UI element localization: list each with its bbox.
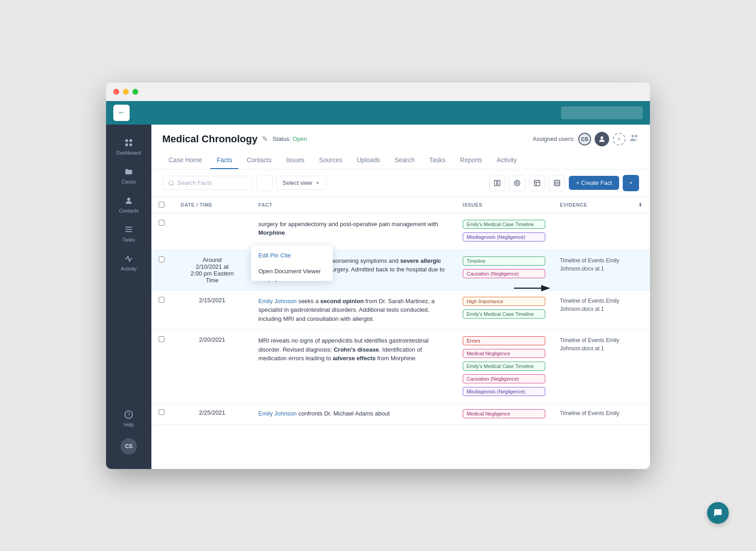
context-menu-edit-pin-cite[interactable]: Edit Pin Cite [251,247,333,263]
issue-tag[interactable]: Medical Negligence [463,349,546,358]
sidebar-item-label: Activity [121,266,137,271]
row-date [173,213,251,250]
view-icon-btn-3[interactable] [529,175,545,191]
tab-contacts[interactable]: Contacts [240,152,278,169]
sidebar-item-activity[interactable]: Activity [106,248,151,277]
col-header-evidence: EVIDENCE ⬆ [552,197,650,213]
tab-search[interactable]: Search [388,152,421,169]
row-evidence: Timeline of Events Emily Johnson.docx at… [552,250,650,290]
issue-tag[interactable]: Misdiagnosis (Negligence) [463,387,546,396]
select-all-checkbox[interactable] [159,202,165,208]
sidebar-item-contacts[interactable]: Contacts [106,190,151,219]
row-fact: MRI reveals no signs of appendicitis but… [251,330,456,405]
row-fact: Emily Johnson experiences worsening symp… [251,250,456,290]
svg-rect-3 [130,143,132,146]
person-icon [123,195,134,206]
row-evidence [552,213,650,250]
sidebar: Dashboard Cases Contacts Tasks [106,125,151,469]
table-row: 2/20/2021 MRI reveals no signs of append… [151,330,650,405]
row-date: Around2/10/2021 at2:00 pm EasternTime [173,250,251,290]
col-header-date: DATE / TIME [173,197,251,213]
case-header: Medical Chronology ✎ Status: Open Assign… [151,125,650,169]
user-avatar-sidebar[interactable]: CS [121,438,137,454]
view-icon-btn-2[interactable] [509,175,525,191]
svg-point-12 [635,135,638,138]
filter-button[interactable] [257,175,273,191]
tab-sources[interactable]: Sources [313,152,349,169]
row-checkbox[interactable] [159,336,165,342]
add-user-button[interactable]: + [613,133,625,145]
tab-issues[interactable]: Issues [280,152,310,169]
table-row: 2/15/2021 Emily Johnson seeks a second o… [151,290,650,330]
row-date: 2/15/2021 [173,290,251,330]
svg-rect-0 [126,139,128,142]
issue-tag[interactable]: Medical Negligence [463,409,546,418]
minimize-button[interactable] [123,89,129,95]
tab-uploads[interactable]: Uploads [350,152,386,169]
svg-point-10 [601,136,603,139]
table-row: Around2/10/2021 at2:00 pm EasternTime Em… [151,250,650,290]
sidebar-item-label: Cases [121,179,136,184]
person-link[interactable]: Emily Johnson [258,410,297,417]
col-header-check [151,197,173,213]
sidebar-bottom: ? Help CS [120,396,138,462]
toolbar: Search Facts Select view [151,169,650,197]
issue-tag[interactable]: Timeline [463,256,546,266]
context-menu: Edit Pin Cite Open Document Viewer [251,246,333,281]
create-fact-button[interactable]: + Create Fact [569,176,619,190]
sidebar-item-label: Tasks [122,237,135,242]
edit-title-icon[interactable]: ✎ [262,135,268,143]
tab-reports[interactable]: Reports [454,152,489,169]
status-label: Status: [272,135,291,142]
svg-point-4 [127,198,131,201]
issue-tag[interactable]: Errors [463,336,546,345]
toolbar-right: + Create Fact [489,175,639,191]
row-issues: Errors Medical Negligence Emily's Medica… [456,330,553,405]
context-menu-open-document-viewer[interactable]: Open Document Viewer [251,263,333,279]
issue-tag[interactable]: Causation (Negligence) [463,374,546,383]
sidebar-item-tasks[interactable]: Tasks [106,219,151,248]
search-facts-input[interactable]: Search Facts [162,176,253,190]
search-placeholder: Search Facts [177,179,212,186]
close-button[interactable] [113,89,119,95]
issue-tag[interactable]: Misdiagnosis (Negligence) [463,232,546,242]
help-label: Help [124,422,134,427]
issue-tag[interactable]: Emily's Medical Case Timeline [463,220,546,229]
row-checkbox[interactable] [159,297,165,303]
grid-icon [123,137,134,148]
row-checkbox[interactable] [159,409,165,415]
app-logo[interactable]: ← [113,105,130,121]
row-checkbox[interactable] [159,220,165,226]
row-checkbox[interactable] [159,256,165,262]
view-icon-btn-1[interactable] [489,175,505,191]
tab-tasks[interactable]: Tasks [423,152,452,169]
svg-rect-18 [534,180,540,186]
person-link[interactable]: Emily Johnson [258,298,297,304]
table-row: surgery for appendectomy and post-operat… [151,213,650,250]
tab-activity[interactable]: Activity [490,152,523,169]
chat-button[interactable] [707,502,729,524]
status-badge: Status: Open [272,135,307,142]
header-search-bar [561,106,643,119]
nav-tabs: Case Home Facts Contacts Issues Sources … [162,152,639,169]
svg-rect-6 [126,229,132,230]
svg-rect-1 [130,139,132,142]
tab-facts[interactable]: Facts [210,152,238,169]
row-date: 2/20/2021 [173,330,251,405]
view-icon-btn-4[interactable] [549,175,565,191]
sidebar-item-dashboard[interactable]: Dashboard [106,132,151,161]
facts-table: DATE / TIME FACT ISSUES EVIDENCE ⬆ [151,197,650,469]
arrow-indicator [514,277,550,300]
svg-rect-2 [126,143,128,146]
select-view-button[interactable]: Select view [276,176,326,190]
sidebar-item-cases[interactable]: Cases [106,161,151,190]
create-fact-dropdown[interactable] [623,175,639,191]
issue-tag[interactable]: Emily's Medical Case Timeline [463,309,546,319]
row-check [151,405,173,425]
svg-point-11 [632,135,635,138]
maximize-button[interactable] [132,89,138,95]
tab-case-home[interactable]: Case Home [162,152,208,169]
issue-tag[interactable]: Emily's Medical Case Timeline [463,362,546,371]
sidebar-item-help[interactable]: ? Help [120,404,138,433]
evidence-sort-icon[interactable]: ⬆ [638,202,643,208]
